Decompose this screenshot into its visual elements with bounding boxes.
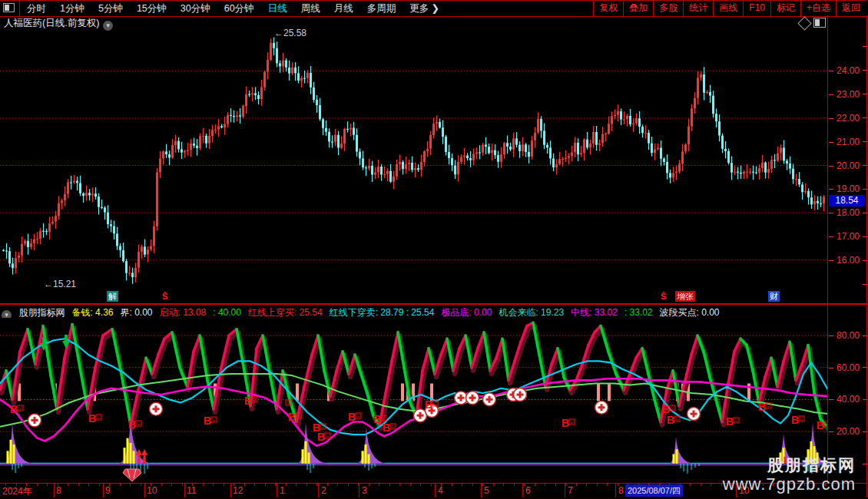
- indicator-value: 红线上穿买: 25.54: [248, 307, 323, 318]
- menu-button-+自选[interactable]: +自选: [800, 1, 836, 16]
- timeline-separator: [435, 484, 436, 498]
- timeline-label: 3: [362, 485, 367, 496]
- layout-icon-box[interactable]: [0, 1, 20, 16]
- title-chevron-icon[interactable]: ▾: [103, 21, 113, 31]
- menu-item-分时[interactable]: 分时: [20, 1, 53, 16]
- menu-button-画线[interactable]: 画线: [713, 1, 743, 16]
- edge-tick: [863, 70, 867, 71]
- timeline-tick: [68, 484, 68, 486]
- menu-button-标记[interactable]: 标记: [770, 1, 800, 16]
- indicator-gridlines: [0, 335, 828, 431]
- menu-item-30分钟[interactable]: 30分钟: [174, 1, 217, 16]
- price-axis-label: 24.00: [837, 65, 860, 76]
- red-signal-marks: [40, 335, 787, 464]
- menu-item-多周期[interactable]: 多周期: [360, 1, 403, 16]
- menu-item-月线[interactable]: 月线: [327, 1, 360, 16]
- timeline-tick: [524, 484, 525, 486]
- green-line: [0, 374, 828, 427]
- timeline-tick: [514, 484, 515, 486]
- split-screen-icon[interactable]: [813, 18, 826, 28]
- indicator-value: : 33.02: [624, 307, 653, 318]
- menu-button-F10[interactable]: F10: [743, 1, 770, 16]
- price-axis-label: 22.00: [837, 113, 860, 124]
- last-price-tag: 18.54: [829, 195, 865, 207]
- svg-text:B: B: [425, 398, 432, 411]
- main-candlestick-chart: ←25.58←15.21: [0, 29, 828, 290]
- indicator-value: 极品底: 0.00: [441, 307, 492, 318]
- menu-item-更多 ❯[interactable]: 更多 ❯: [403, 1, 446, 16]
- edge-tick: [863, 464, 867, 464]
- menu-button-复权[interactable]: 复权: [593, 1, 623, 16]
- axis-tick: [829, 335, 833, 336]
- timeline-tick: [182, 484, 183, 486]
- timeline-tick: [78, 484, 79, 486]
- app-window: 分时1分钟5分钟15分钟30分钟60分钟日线周线月线多周期更多 ❯ 复权叠加多股…: [0, 0, 868, 499]
- event-mark-Ŝ: Ŝ: [659, 291, 668, 302]
- timeline-tick: [337, 484, 338, 486]
- menu-button-返回[interactable]: 返回: [836, 1, 866, 16]
- svg-text:B: B: [348, 411, 356, 423]
- timeline-separator: [184, 484, 185, 498]
- menu-item-周线[interactable]: 周线: [294, 1, 327, 16]
- timeline-tick: [410, 484, 411, 486]
- timeline-label: 9: [105, 485, 111, 496]
- svg-text:B: B: [817, 419, 824, 431]
- menu-item-15分钟[interactable]: 15分钟: [130, 1, 174, 16]
- svg-text:B: B: [562, 417, 569, 429]
- timeline-tick: [265, 484, 266, 486]
- menu-item-1分钟[interactable]: 1分钟: [53, 1, 91, 16]
- axis-tick: [829, 118, 833, 119]
- menu-item-日线[interactable]: 日线: [261, 1, 294, 16]
- buy-labels: BBBBBBBBBBBBBBBBBBBB: [10, 395, 828, 443]
- tool-menu: 复权叠加多股统计画线F10标记+自选返回: [593, 1, 866, 16]
- candles-layer: [2, 38, 825, 284]
- menu-item-60分钟[interactable]: 60分钟: [217, 1, 261, 16]
- svg-text:B: B: [317, 431, 325, 443]
- svg-text:←15.21: ←15.21: [44, 279, 76, 289]
- price-axis-label: 19.00: [837, 183, 860, 194]
- magenta-line: [0, 378, 828, 445]
- timeline-tick: [296, 484, 297, 486]
- edge-tick: [863, 213, 867, 213]
- timeline-tick: [306, 484, 307, 486]
- indicator-value: 波段买点: 0.00: [660, 307, 720, 318]
- timeline-tick: [586, 484, 587, 486]
- timeline-tick: [275, 484, 276, 486]
- edge-tick: [863, 399, 867, 400]
- edge-tick: [863, 335, 867, 336]
- indicator-value: : 40.00: [213, 307, 241, 318]
- edge-tick: [863, 165, 867, 166]
- indicator-value: 红线下穿卖: 28.79 : 25.54: [330, 307, 435, 318]
- event-mark-财: 财: [768, 291, 780, 302]
- indicator-value: 备钱: 4.36: [71, 307, 113, 318]
- axis-tick: [829, 213, 833, 213]
- axis-tick: [829, 399, 833, 400]
- timeline-tick: [161, 484, 162, 486]
- timeline-separator: [318, 484, 319, 498]
- indicator-axis-label: 40.00: [837, 394, 860, 405]
- edge-tick: [863, 189, 867, 190]
- timeline-label: 10: [147, 485, 157, 496]
- salmon-bars: [18, 384, 828, 402]
- svg-text:B: B: [662, 403, 670, 415]
- indicator-axis-label: 80.00: [837, 330, 860, 341]
- timeline-tick: [37, 484, 38, 486]
- indicator-axis-label: 20.00: [837, 426, 860, 437]
- timeline-tick: [389, 484, 390, 486]
- axis-tick: [829, 189, 833, 190]
- edge-tick: [863, 117, 867, 118]
- green-down-arrow: [40, 337, 48, 351]
- svg-text:B: B: [204, 415, 211, 427]
- indicator-value: 启动: 13.08: [160, 307, 207, 318]
- menu-button-叠加[interactable]: 叠加: [623, 1, 653, 16]
- menu-button-多股[interactable]: 多股: [653, 1, 683, 16]
- indicator-chevron-icon[interactable]: ▾: [2, 310, 12, 318]
- timeline-tick: [545, 484, 545, 486]
- timeline-label: 7: [568, 485, 573, 496]
- timeline-label: 2024年: [2, 485, 32, 498]
- svg-text:B: B: [88, 412, 96, 425]
- timeline-tick: [555, 484, 556, 486]
- axis-tick: [829, 260, 833, 261]
- menu-button-统计[interactable]: 统计: [683, 1, 713, 16]
- menu-item-5分钟[interactable]: 5分钟: [91, 1, 130, 16]
